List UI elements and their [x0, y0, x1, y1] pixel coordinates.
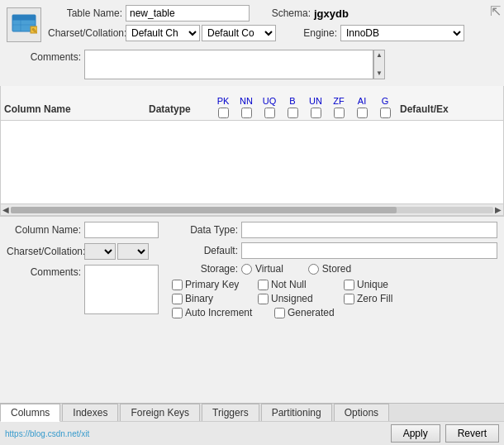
- scroll-left-arrow[interactable]: ◀: [2, 205, 9, 214]
- header-b-check[interactable]: [288, 108, 298, 118]
- apply-button[interactable]: Apply: [391, 424, 440, 443]
- scroll-down-arrow: ▼: [376, 69, 383, 79]
- primary-key-label[interactable]: Primary Key: [172, 279, 254, 290]
- binary-label[interactable]: Binary: [172, 293, 254, 304]
- primary-key-text: Primary Key: [185, 279, 239, 290]
- flag-pk: PK: [212, 96, 235, 106]
- flag-un: UN: [304, 96, 327, 106]
- scroll-right-arrow[interactable]: ▶: [495, 205, 502, 214]
- main-container: ✎ Table Name: Schema: jgxydb Charset/Col…: [0, 0, 504, 445]
- tab-triggers[interactable]: Triggers: [202, 404, 259, 421]
- checkbox-row-2: Binary Unsigned Zero Fill: [172, 293, 497, 304]
- col-name-editor-input[interactable]: [84, 222, 159, 238]
- unsigned-check[interactable]: [258, 294, 269, 304]
- unsigned-label[interactable]: Unsigned: [258, 293, 340, 304]
- binary-text: Binary: [185, 293, 213, 304]
- zero-fill-check[interactable]: [344, 294, 354, 304]
- tab-foreign-keys[interactable]: Foreign Keys: [120, 404, 200, 421]
- revert-button[interactable]: Revert: [445, 424, 499, 443]
- storage-virtual-text: Virtual: [255, 263, 283, 275]
- columns-table: Column Name Datatype PK NN UQ B UN ZF AI…: [0, 86, 504, 216]
- flag-g: G: [373, 96, 397, 106]
- data-type-label: Data Type:: [172, 224, 238, 236]
- table-body: [1, 121, 503, 203]
- tabs-bar: Columns Indexes Foreign Keys Triggers Pa…: [0, 403, 504, 421]
- comments-textarea[interactable]: [84, 50, 373, 79]
- storage-virtual-label[interactable]: Virtual: [241, 263, 283, 275]
- table-name-input[interactable]: [126, 5, 250, 22]
- storage-stored-text: Stored: [322, 263, 351, 275]
- tab-options[interactable]: Options: [334, 404, 389, 421]
- unique-check[interactable]: [344, 280, 354, 290]
- storage-virtual-radio[interactable]: [241, 264, 252, 275]
- scroll-up-arrow: ▲: [376, 50, 383, 60]
- col-name-editor-label: Column Name:: [7, 224, 81, 236]
- generated-check[interactable]: [274, 308, 285, 318]
- header-pk-check[interactable]: [218, 108, 229, 118]
- default-input[interactable]: [241, 242, 497, 259]
- engine-label: Engine:: [288, 27, 337, 39]
- storage-stored-radio[interactable]: [308, 264, 319, 275]
- corner-arrows: ⇱: [490, 3, 501, 19]
- header-zf-check[interactable]: [334, 108, 345, 118]
- scroll-thumb: [11, 207, 397, 213]
- flag-zf: ZF: [327, 96, 350, 106]
- comments-editor-label: Comments:: [7, 266, 81, 278]
- col-header: Column Name Datatype PK NN UQ B UN ZF AI…: [1, 86, 503, 121]
- not-null-label[interactable]: Not Null: [258, 279, 340, 290]
- charset-label: Charset/Collation:: [48, 27, 122, 39]
- collation-select[interactable]: Default Co utf8_general_ci: [202, 25, 276, 41]
- top-section: ✎ Table Name: Schema: jgxydb Charset/Col…: [0, 0, 504, 86]
- flag-b: B: [281, 96, 304, 106]
- zero-fill-label[interactable]: Zero Fill: [344, 293, 426, 304]
- auto-increment-text: Auto Increment: [185, 307, 252, 318]
- bottom-bar: https://blog.csdn.net/xit Apply Revert: [0, 421, 504, 445]
- not-null-check[interactable]: [258, 280, 269, 290]
- editor-grid: Column Name: Charset/Collation: Comments…: [7, 222, 497, 318]
- generated-label[interactable]: Generated: [274, 307, 357, 318]
- zero-fill-text: Zero Fill: [357, 293, 392, 304]
- bottom-editor: Column Name: Charset/Collation: Comments…: [0, 216, 504, 403]
- datatype-header: Datatype: [145, 103, 212, 118]
- comments-edit-textarea[interactable]: [84, 265, 159, 314]
- checkbox-row-1: Primary Key Not Null Unique: [172, 279, 497, 290]
- table-name-label: Table Name:: [48, 7, 122, 19]
- storage-stored-label[interactable]: Stored: [308, 263, 351, 275]
- header-un-check[interactable]: [311, 108, 321, 118]
- charset-editor-select2[interactable]: [117, 243, 149, 260]
- scroll-track: [11, 207, 493, 213]
- editor-left: Column Name: Charset/Collation: Comments…: [7, 222, 172, 318]
- charset-editor-select1[interactable]: [84, 243, 116, 260]
- tab-columns[interactable]: Columns: [0, 404, 60, 422]
- generated-text: Generated: [288, 307, 335, 318]
- editor-right: Data Type: Default: Storage: Virtual: [172, 222, 497, 318]
- unique-text: Unique: [357, 279, 388, 290]
- auto-increment-check[interactable]: [172, 308, 183, 318]
- unique-label[interactable]: Unique: [344, 279, 426, 290]
- header-uq-check[interactable]: [264, 108, 275, 118]
- tab-partitioning[interactable]: Partitioning: [261, 404, 332, 421]
- primary-key-check[interactable]: [172, 280, 183, 290]
- flag-uq: UQ: [258, 96, 281, 106]
- col-name-header: Column Name: [1, 103, 145, 118]
- h-scrollbar[interactable]: ◀ ▶: [1, 203, 503, 215]
- data-type-input[interactable]: [241, 222, 497, 238]
- storage-label: Storage:: [172, 263, 238, 275]
- charset-select[interactable]: Default Ch utf8: [126, 25, 200, 41]
- auto-increment-label[interactable]: Auto Increment: [172, 307, 271, 318]
- flags-header: PK NN UQ B UN ZF AI G: [212, 96, 397, 118]
- svg-text:✎: ✎: [31, 27, 37, 35]
- tab-indexes[interactable]: Indexes: [62, 404, 118, 421]
- checkbox-row-3: Auto Increment Generated: [172, 307, 497, 318]
- comments-label: Comments:: [7, 51, 81, 63]
- header-nn-check[interactable]: [241, 108, 252, 118]
- header-g-check[interactable]: [380, 108, 391, 118]
- schema-value: jgxydb: [314, 7, 349, 20]
- binary-check[interactable]: [172, 294, 183, 304]
- default-header: Default/Ex: [397, 103, 503, 118]
- table-icon: ✎: [7, 7, 41, 42]
- svg-rect-1: [12, 15, 36, 20]
- not-null-text: Not Null: [271, 279, 307, 290]
- header-ai-check[interactable]: [357, 108, 368, 118]
- engine-select[interactable]: InnoDB MyISAM: [340, 25, 464, 41]
